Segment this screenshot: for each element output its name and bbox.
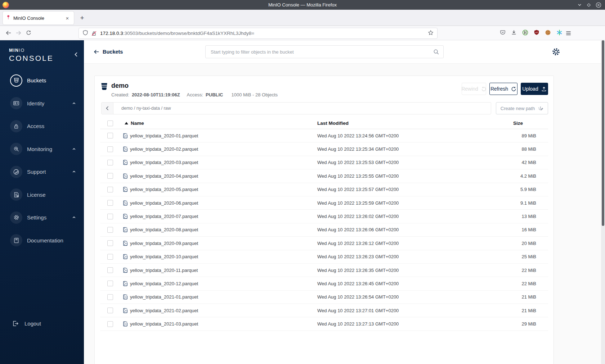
object-row[interactable]: yellow_tripdata_2020-06.parquet Wed Aug … — [100, 196, 548, 210]
url-input[interactable]: 172.18.0.3:30503/buckets/demo/browse/bnk… — [79, 28, 438, 39]
row-checkbox[interactable] — [107, 146, 113, 152]
sidebar-item-settings[interactable]: Settings — [0, 206, 84, 229]
sidebar-item-buckets[interactable]: Buckets — [0, 69, 84, 92]
row-checkbox[interactable] — [107, 267, 113, 273]
browser-menu-icon[interactable] — [563, 28, 573, 38]
object-name[interactable]: yellow_tripdata_2020-09.parquet — [130, 241, 198, 246]
downloads-icon[interactable] — [511, 29, 517, 37]
object-size: 16 MiB — [513, 227, 549, 232]
row-checkbox[interactable] — [107, 281, 113, 286]
object-row[interactable]: yellow_tripdata_2020-05.parquet Wed Aug … — [100, 183, 548, 196]
refresh-icon — [511, 86, 516, 92]
insecure-lock-icon[interactable] — [91, 31, 97, 36]
object-name[interactable]: yellow_tripdata_2020-12.parquet — [130, 281, 198, 286]
sidebar-item-monitoring[interactable]: Monitoring — [0, 138, 84, 161]
browser-reload-button[interactable] — [23, 28, 33, 38]
object-name[interactable]: yellow_tripdata_2021-01.parquet — [130, 294, 198, 300]
object-name[interactable]: yellow_tripdata_2020-11.parquet — [130, 268, 198, 273]
rewind-button[interactable]: Rewind — [462, 83, 486, 95]
object-size: 29 MiB — [513, 321, 549, 327]
window-minimize-icon[interactable] — [577, 3, 582, 7]
scrollbar-thumb[interactable] — [602, 40, 604, 226]
object-file-icon — [123, 187, 128, 192]
sidebar-item-identity[interactable]: Identity — [0, 92, 84, 115]
window-close-icon[interactable] — [596, 2, 601, 8]
created-label: Created: — [111, 92, 129, 97]
bookmark-star-icon[interactable] — [428, 30, 434, 37]
back-to-buckets-button[interactable]: Buckets — [94, 40, 123, 63]
select-all-checkbox[interactable] — [107, 120, 113, 126]
tab-close-button[interactable]: × — [64, 14, 71, 22]
object-name[interactable]: yellow_tripdata_2020-07.parquet — [130, 214, 198, 219]
asterisk-extension-icon[interactable] — [556, 29, 563, 37]
object-row[interactable]: yellow_tripdata_2021-03.parquet Wed Aug … — [100, 317, 548, 331]
object-modified: Wed Aug 10 2022 13:25:59 GMT+0200 — [317, 200, 513, 206]
row-checkbox[interactable] — [107, 254, 113, 260]
object-row[interactable]: yellow_tripdata_2020-12.parquet Wed Aug … — [100, 277, 548, 290]
new-tab-button[interactable]: + — [77, 13, 87, 23]
vertical-scrollbar[interactable] — [601, 40, 605, 364]
cookie-extension-icon[interactable] — [545, 29, 551, 37]
column-header-name[interactable]: Name — [123, 120, 317, 126]
path-back-button[interactable] — [102, 103, 113, 114]
object-row[interactable]: yellow_tripdata_2021-01.parquet Wed Aug … — [100, 291, 548, 304]
sidebar-item-license[interactable]: License — [0, 183, 84, 206]
object-row[interactable]: yellow_tripdata_2020-11.parquet Wed Aug … — [100, 264, 548, 277]
window-maximize-icon[interactable] — [587, 3, 591, 7]
object-name[interactable]: yellow_tripdata_2020-02.parquet — [130, 146, 198, 152]
row-checkbox[interactable] — [107, 321, 113, 327]
object-file-icon — [123, 308, 128, 313]
object-file-icon — [123, 254, 128, 259]
object-row[interactable]: yellow_tripdata_2020-04.parquet Wed Aug … — [100, 169, 548, 183]
object-name[interactable]: yellow_tripdata_2020-05.parquet — [130, 187, 198, 192]
object-file-icon — [123, 241, 128, 246]
row-checkbox[interactable] — [107, 133, 113, 138]
object-row[interactable]: yellow_tripdata_2020-08.parquet Wed Aug … — [100, 223, 548, 237]
object-row[interactable]: yellow_tripdata_2021-02.parquet Wed Aug … — [100, 304, 548, 317]
object-name[interactable]: yellow_tripdata_2020-03.parquet — [130, 160, 198, 165]
row-checkbox[interactable] — [107, 173, 113, 179]
object-name[interactable]: yellow_tripdata_2020-04.parquet — [130, 173, 198, 179]
pocket-icon[interactable] — [500, 29, 506, 37]
browser-tab[interactable]: MinIO Console × — [3, 12, 74, 24]
tracking-shield-icon[interactable] — [82, 30, 88, 37]
sidebar-item-access[interactable]: Access — [0, 115, 84, 138]
row-checkbox[interactable] — [107, 214, 113, 219]
sidebar-item-label: Monitoring — [27, 146, 52, 152]
browser-forward-button[interactable] — [13, 28, 23, 38]
object-row[interactable]: yellow_tripdata_2020-02.parquet Wed Aug … — [100, 142, 548, 156]
object-row[interactable]: yellow_tripdata_2020-03.parquet Wed Aug … — [100, 156, 548, 169]
search-input[interactable] — [206, 49, 433, 55]
row-checkbox[interactable] — [107, 187, 113, 192]
create-new-path-button[interactable]: Create new path — [496, 102, 548, 114]
object-row[interactable]: yellow_tripdata_2020-10.parquet Wed Aug … — [100, 250, 548, 264]
object-name[interactable]: yellow_tripdata_2020-06.parquet — [130, 200, 198, 206]
browser-back-button[interactable] — [3, 28, 13, 38]
object-modified: Wed Aug 10 2022 13:25:55 GMT+0200 — [317, 173, 513, 179]
sidebar-item-documentation[interactable]: Documentation — [0, 229, 84, 252]
sidebar-collapse-icon[interactable] — [74, 52, 78, 59]
object-row[interactable]: yellow_tripdata_2020-07.parquet Wed Aug … — [100, 210, 548, 223]
row-checkbox[interactable] — [107, 227, 113, 233]
refresh-button[interactable]: Refresh — [489, 83, 517, 95]
object-name[interactable]: yellow_tripdata_2021-02.parquet — [130, 308, 198, 313]
row-checkbox[interactable] — [107, 160, 113, 165]
object-name[interactable]: yellow_tripdata_2020-08.parquet — [130, 227, 198, 232]
object-name[interactable]: yellow_tripdata_2020-01.parquet — [130, 133, 198, 138]
row-checkbox[interactable] — [107, 308, 113, 313]
privacy-badger-extension-icon[interactable] — [522, 29, 528, 37]
row-checkbox[interactable] — [107, 200, 113, 206]
sidebar-item-logout[interactable]: Logout — [0, 312, 84, 335]
object-row[interactable]: yellow_tripdata_2020-01.parquet Wed Aug … — [100, 129, 548, 142]
settings-gear-icon[interactable] — [552, 47, 560, 56]
object-name[interactable]: yellow_tripdata_2021-03.parquet — [130, 321, 198, 327]
sidebar-item-label: Documentation — [27, 237, 63, 244]
breadcrumb-path[interactable]: demo / ny-taxi-data / raw — [121, 106, 171, 111]
row-checkbox[interactable] — [107, 294, 113, 300]
object-row[interactable]: yellow_tripdata_2020-09.parquet Wed Aug … — [100, 237, 548, 250]
upload-button[interactable]: Upload — [521, 83, 548, 95]
sidebar-item-support[interactable]: Support — [0, 160, 84, 183]
ublock-extension-icon[interactable]: uO — [534, 29, 539, 37]
row-checkbox[interactable] — [107, 240, 113, 246]
object-name[interactable]: yellow_tripdata_2020-10.parquet — [130, 254, 198, 259]
